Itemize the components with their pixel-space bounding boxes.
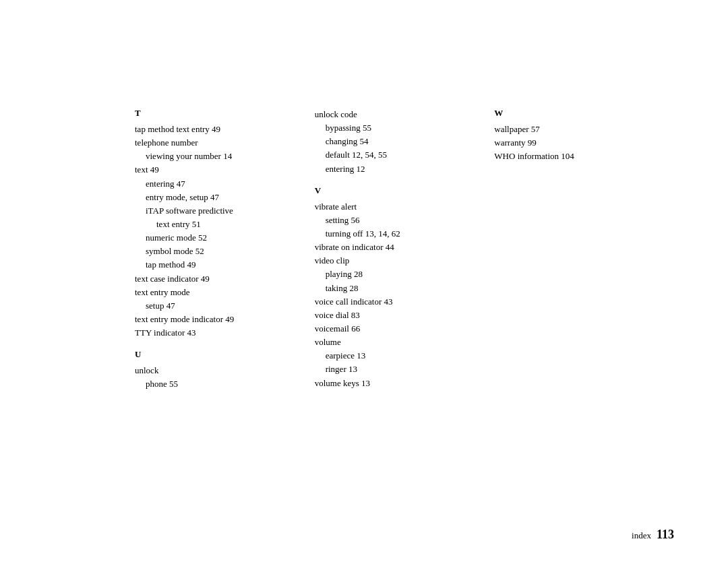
index-entry: entering 47 <box>135 177 301 191</box>
index-entry: iTAP software predictive <box>135 204 301 218</box>
index-entry: setup 47 <box>135 299 301 313</box>
section-letter-u: U <box>135 349 301 360</box>
index-entry: symbol mode 52 <box>135 245 301 258</box>
footer-page-number: 113 <box>657 528 674 542</box>
index-entry: text entry mode indicator 49 <box>135 313 301 326</box>
index-section: Uunlockphone 55 <box>135 349 301 391</box>
index-entry: playing 28 <box>315 268 481 281</box>
index-entry: tap method text entry 49 <box>135 123 301 136</box>
index-entry: default 12, 54, 55 <box>315 148 481 162</box>
section-letter-t: T <box>135 108 301 119</box>
index-entry: text entry 51 <box>135 218 301 231</box>
index-entry: voice dial 83 <box>315 309 481 322</box>
index-section: Wwallpaper 57warranty 99WHO information … <box>494 108 661 163</box>
index-entry: unlock code <box>315 108 481 121</box>
index-entry: viewing your number 14 <box>135 150 301 163</box>
index-entry: wallpaper 57 <box>494 123 661 136</box>
index-entry: text case indicator 49 <box>135 272 301 286</box>
index-entry: setting 56 <box>315 214 481 227</box>
index-entry: TTY indicator 43 <box>135 326 301 340</box>
index-entry: entering 12 <box>315 162 481 176</box>
index-entry: text 49 <box>135 163 301 177</box>
index-entry: ringer 13 <box>315 363 481 376</box>
index-entry: voicemail 66 <box>315 322 481 336</box>
index-column-2: unlock codebypassing 55changing 54defaul… <box>315 108 495 390</box>
index-entry: changing 54 <box>315 135 481 148</box>
index-entry: tap method 49 <box>135 258 301 272</box>
index-entry: phone 55 <box>135 377 301 391</box>
index-entry: warranty 99 <box>494 136 661 150</box>
index-entry: video clip <box>315 254 481 268</box>
index-entry: numeric mode 52 <box>135 231 301 245</box>
index-entry: WHO information 104 <box>494 150 661 163</box>
index-section: Vvibrate alertsetting 56turning off 13, … <box>315 185 481 390</box>
footer: index 113 <box>632 528 674 542</box>
index-entry: volume keys 13 <box>315 377 481 390</box>
section-letter-w: W <box>494 108 661 119</box>
footer-index-label: index <box>632 530 651 541</box>
index-entry: volume <box>315 336 481 349</box>
index-column-1: Ttap method text entry 49telephone numbe… <box>135 108 315 392</box>
page-content: Ttap method text entry 49telephone numbe… <box>135 108 674 508</box>
index-columns: Ttap method text entry 49telephone numbe… <box>135 108 674 392</box>
index-entry: vibrate alert <box>315 200 481 214</box>
index-entry: vibrate on indicator 44 <box>315 241 481 254</box>
index-column-3: Wwallpaper 57warranty 99WHO information … <box>494 108 674 163</box>
index-entry: earpiece 13 <box>315 349 481 363</box>
index-entry: bypassing 55 <box>315 121 481 135</box>
index-entry: telephone number <box>135 136 301 150</box>
index-entry: voice call indicator 43 <box>315 295 481 309</box>
index-entry: unlock <box>135 364 301 377</box>
index-entry: turning off 13, 14, 62 <box>315 227 481 241</box>
index-entry: text entry mode <box>135 286 301 299</box>
index-section: Ttap method text entry 49telephone numbe… <box>135 108 301 340</box>
section-letter-v: V <box>315 185 481 196</box>
index-section: unlock codebypassing 55changing 54defaul… <box>315 108 481 176</box>
index-entry: entry mode, setup 47 <box>135 191 301 204</box>
index-entry: taking 28 <box>315 282 481 295</box>
